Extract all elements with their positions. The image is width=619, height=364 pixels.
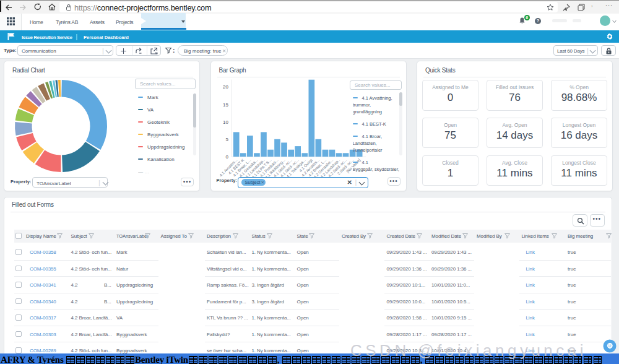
svg-text:5: 5 [225,137,228,142]
svg-text:20: 20 [223,84,228,90]
svg-text:15: 15 [223,102,228,108]
svg-text:10: 10 [223,119,228,125]
svg-text:0: 0 [225,154,228,160]
